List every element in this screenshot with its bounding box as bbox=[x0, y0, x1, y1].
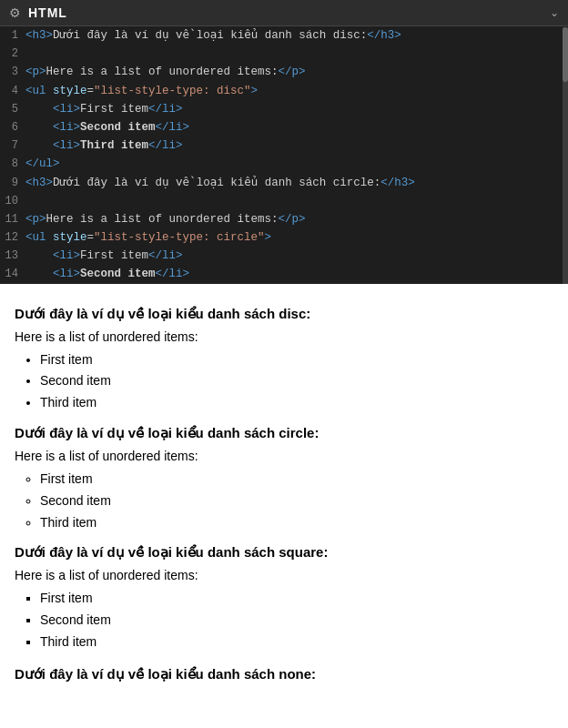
gear-icon: ⚙ bbox=[9, 5, 21, 20]
line-number: 3 bbox=[0, 63, 25, 81]
code-line: 14 <li>Second item</li> bbox=[0, 265, 568, 283]
line-content: <h3>Dưới đây là ví dụ về loại kiểu danh … bbox=[25, 26, 561, 45]
code-area: 1<h3>Dưới đây là ví dụ về loại kiểu danh… bbox=[0, 26, 568, 284]
line-content: <li>Third item</li> bbox=[25, 136, 561, 155]
preview-para-disc: Here is a list of unordered items: bbox=[15, 329, 553, 344]
code-line: 9<h3>Dưới đây là ví dụ về loại kiểu danh… bbox=[0, 174, 568, 192]
code-line: 6 <li>Second item</li> bbox=[0, 118, 568, 136]
code-line: 12<ul style="list-style-type: circle"> bbox=[0, 228, 568, 247]
list-item: Third item bbox=[40, 632, 553, 653]
line-number: 7 bbox=[0, 136, 25, 155]
editor-scrollbar[interactable] bbox=[563, 27, 568, 284]
editor-header: ⚙ HTML ⌄ bbox=[0, 0, 568, 26]
line-content: <ul style="list-style-type: circle"> bbox=[25, 228, 561, 247]
line-content: <p>Here is a list of unordered items:</p… bbox=[25, 63, 561, 81]
list-item: Third item bbox=[40, 512, 553, 534]
line-number: 8 bbox=[0, 155, 25, 173]
line-number: 13 bbox=[0, 247, 25, 265]
preview-para-circle: Here is a list of unordered items: bbox=[15, 449, 553, 463]
preview-heading-circle: Dưới đây là ví dụ về loại kiểu danh sách… bbox=[15, 425, 553, 441]
line-number: 4 bbox=[0, 82, 25, 100]
line-content: <li>Second item</li> bbox=[25, 265, 561, 283]
code-line: 7 <li>Third item</li> bbox=[0, 136, 568, 155]
line-content: <ul style="list-style-type: disc"> bbox=[25, 82, 561, 100]
line-content: <li>First item</li> bbox=[25, 100, 561, 118]
line-number: 2 bbox=[0, 45, 25, 63]
preview-list-disc: First itemSecond itemThird item bbox=[15, 349, 553, 414]
list-item: Third item bbox=[40, 392, 553, 414]
list-item: Second item bbox=[40, 370, 553, 392]
code-line: 10 bbox=[0, 192, 568, 210]
code-line: 1<h3>Dưới đây là ví dụ về loại kiểu danh… bbox=[0, 26, 568, 45]
code-line: 3<p>Here is a list of unordered items:</… bbox=[0, 63, 568, 81]
preview-para-square: Here is a list of unordered items: bbox=[15, 568, 553, 582]
line-number: 9 bbox=[0, 174, 25, 192]
preview-heading-disc: Dưới đây là ví dụ về loại kiểu danh sách… bbox=[15, 306, 553, 322]
editor-header-left: ⚙ HTML bbox=[9, 5, 67, 20]
preview-panel: Dưới đây là ví dụ về loại kiểu danh sách… bbox=[0, 284, 568, 693]
line-number: 10 bbox=[0, 192, 25, 210]
list-item: Second item bbox=[40, 610, 553, 632]
list-item: Second item bbox=[40, 490, 553, 512]
line-number: 11 bbox=[0, 210, 25, 228]
line-number: 5 bbox=[0, 100, 25, 118]
list-item: First item bbox=[40, 588, 553, 610]
line-number: 1 bbox=[0, 26, 25, 45]
preview-list-circle: First itemSecond itemThird item bbox=[15, 469, 553, 533]
code-line: 11<p>Here is a list of unordered items:<… bbox=[0, 210, 568, 228]
editor-title: HTML bbox=[28, 5, 67, 20]
preview-heading-none: Dưới đây là ví dụ về loại kiểu danh sách… bbox=[15, 666, 553, 682]
line-content: <p>Here is a list of unordered items:</p… bbox=[25, 210, 561, 228]
line-content: <li>Second item</li> bbox=[25, 118, 561, 136]
list-item: First item bbox=[40, 349, 553, 371]
code-line: 13 <li>First item</li> bbox=[0, 247, 568, 265]
code-line: 4<ul style="list-style-type: disc"> bbox=[0, 82, 568, 100]
line-number: 12 bbox=[0, 228, 25, 247]
line-number: 14 bbox=[0, 265, 25, 283]
line-content: <h3>Dưới đây là ví dụ về loại kiểu danh … bbox=[25, 174, 561, 192]
line-content: <li>First item</li> bbox=[25, 247, 561, 265]
line-number: 6 bbox=[0, 118, 25, 136]
preview-list-square: First itemSecond itemThird item bbox=[15, 588, 553, 652]
code-line: 2 bbox=[0, 45, 568, 63]
code-line: 8</ul> bbox=[0, 155, 568, 173]
code-line: 5 <li>First item</li> bbox=[0, 100, 568, 118]
chevron-down-icon[interactable]: ⌄ bbox=[550, 6, 559, 19]
editor-panel: ⚙ HTML ⌄ 1<h3>Dưới đây là ví dụ về loại … bbox=[0, 0, 568, 284]
line-content: </ul> bbox=[25, 155, 561, 173]
preview-heading-square: Dưới đây là ví dụ về loại kiểu danh sách… bbox=[15, 544, 553, 561]
scrollbar-thumb[interactable] bbox=[563, 27, 568, 82]
list-item: First item bbox=[40, 469, 553, 490]
